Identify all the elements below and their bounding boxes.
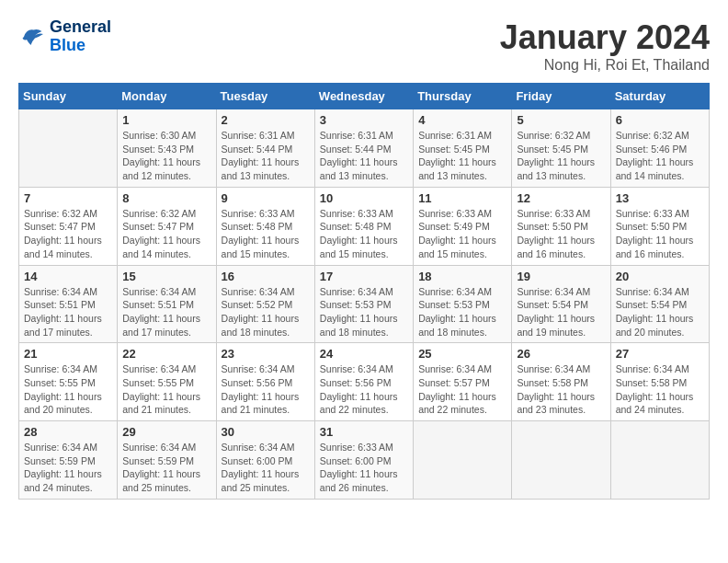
day-number: 15	[122, 270, 210, 283]
logo-text-line2: Blue	[50, 37, 111, 55]
day-info: Sunrise: 6:34 AM Sunset: 5:53 PM Dayligh…	[320, 285, 408, 339]
day-cell: 18Sunrise: 6:34 AM Sunset: 5:53 PM Dayli…	[414, 265, 512, 343]
day-cell: 15Sunrise: 6:34 AM Sunset: 5:51 PM Dayli…	[118, 265, 216, 343]
header-cell-saturday: Saturday	[610, 84, 709, 109]
day-cell: 5Sunrise: 6:32 AM Sunset: 5:45 PM Daylig…	[512, 109, 610, 188]
day-info: Sunrise: 6:33 AM Sunset: 6:00 PM Dayligh…	[320, 441, 408, 495]
day-cell: 11Sunrise: 6:33 AM Sunset: 5:49 PM Dayli…	[414, 187, 512, 265]
day-cell: 24Sunrise: 6:34 AM Sunset: 5:56 PM Dayli…	[314, 343, 413, 421]
day-number: 19	[517, 270, 605, 283]
header-cell-tuesday: Tuesday	[216, 84, 314, 109]
day-info: Sunrise: 6:34 AM Sunset: 5:58 PM Dayligh…	[517, 362, 605, 417]
day-cell: 12Sunrise: 6:33 AM Sunset: 5:50 PM Dayli…	[512, 187, 610, 265]
day-number: 20	[616, 270, 704, 283]
day-cell: 17Sunrise: 6:34 AM Sunset: 5:53 PM Dayli…	[314, 265, 413, 343]
day-cell: 28Sunrise: 6:34 AM Sunset: 5:59 PM Dayli…	[19, 421, 118, 500]
day-info: Sunrise: 6:34 AM Sunset: 5:56 PM Dayligh…	[320, 362, 408, 417]
week-row-2: 7Sunrise: 6:32 AM Sunset: 5:47 PM Daylig…	[19, 187, 710, 265]
day-cell: 25Sunrise: 6:34 AM Sunset: 5:57 PM Dayli…	[414, 343, 512, 421]
day-info: Sunrise: 6:34 AM Sunset: 5:54 PM Dayligh…	[517, 285, 605, 339]
day-info: Sunrise: 6:33 AM Sunset: 5:48 PM Dayligh…	[222, 207, 310, 261]
header-cell-thursday: Thursday	[414, 84, 512, 109]
day-info: Sunrise: 6:34 AM Sunset: 5:59 PM Dayligh…	[24, 441, 112, 495]
day-cell: 22Sunrise: 6:34 AM Sunset: 5:55 PM Dayli…	[118, 343, 216, 421]
day-info: Sunrise: 6:32 AM Sunset: 5:47 PM Dayligh…	[122, 207, 210, 261]
day-number: 6	[616, 113, 704, 127]
day-number: 3	[320, 113, 408, 127]
day-cell: 13Sunrise: 6:33 AM Sunset: 5:50 PM Dayli…	[610, 187, 709, 265]
day-cell: 26Sunrise: 6:34 AM Sunset: 5:58 PM Dayli…	[512, 343, 610, 421]
day-cell: 30Sunrise: 6:34 AM Sunset: 6:00 PM Dayli…	[216, 421, 314, 500]
day-cell	[414, 421, 512, 500]
day-cell: 6Sunrise: 6:32 AM Sunset: 5:46 PM Daylig…	[610, 109, 709, 188]
week-row-3: 14Sunrise: 6:34 AM Sunset: 5:51 PM Dayli…	[19, 265, 710, 343]
day-cell: 19Sunrise: 6:34 AM Sunset: 5:54 PM Dayli…	[512, 265, 610, 343]
day-number: 25	[418, 347, 506, 361]
day-info: Sunrise: 6:33 AM Sunset: 5:49 PM Dayligh…	[418, 207, 506, 261]
header-row: SundayMondayTuesdayWednesdayThursdayFrid…	[19, 84, 710, 109]
day-cell	[19, 109, 118, 188]
header-cell-friday: Friday	[512, 84, 610, 109]
day-info: Sunrise: 6:34 AM Sunset: 5:52 PM Dayligh…	[222, 285, 310, 339]
day-info: Sunrise: 6:33 AM Sunset: 5:50 PM Dayligh…	[517, 207, 605, 261]
day-number: 27	[616, 347, 704, 361]
day-cell: 1Sunrise: 6:30 AM Sunset: 5:43 PM Daylig…	[118, 109, 216, 188]
day-number: 22	[122, 347, 210, 361]
day-info: Sunrise: 6:34 AM Sunset: 5:54 PM Dayligh…	[616, 285, 704, 339]
day-info: Sunrise: 6:34 AM Sunset: 5:57 PM Dayligh…	[418, 362, 506, 417]
day-info: Sunrise: 6:31 AM Sunset: 5:44 PM Dayligh…	[222, 129, 310, 183]
day-number: 13	[616, 191, 704, 205]
day-info: Sunrise: 6:30 AM Sunset: 5:43 PM Dayligh…	[122, 129, 210, 183]
week-row-5: 28Sunrise: 6:34 AM Sunset: 5:59 PM Dayli…	[19, 421, 710, 500]
day-cell: 27Sunrise: 6:34 AM Sunset: 5:58 PM Dayli…	[610, 343, 709, 421]
day-info: Sunrise: 6:32 AM Sunset: 5:46 PM Dayligh…	[616, 129, 704, 183]
day-info: Sunrise: 6:34 AM Sunset: 5:58 PM Dayligh…	[616, 362, 704, 417]
day-info: Sunrise: 6:34 AM Sunset: 5:55 PM Dayligh…	[122, 362, 210, 417]
day-number: 9	[222, 191, 310, 205]
week-row-1: 1Sunrise: 6:30 AM Sunset: 5:43 PM Daylig…	[19, 109, 710, 188]
header-cell-sunday: Sunday	[19, 84, 118, 109]
calendar-title: January 2024	[500, 18, 710, 57]
day-info: Sunrise: 6:34 AM Sunset: 5:51 PM Dayligh…	[24, 285, 112, 339]
day-number: 4	[418, 113, 506, 127]
day-info: Sunrise: 6:33 AM Sunset: 5:50 PM Dayligh…	[616, 207, 704, 261]
day-number: 30	[222, 425, 310, 439]
day-cell: 23Sunrise: 6:34 AM Sunset: 5:56 PM Dayli…	[216, 343, 314, 421]
calendar-subtitle: Nong Hi, Roi Et, Thailand	[500, 57, 710, 74]
day-number: 2	[222, 113, 310, 127]
day-number: 28	[24, 425, 112, 439]
day-number: 11	[418, 191, 506, 205]
day-number: 5	[517, 113, 605, 127]
day-info: Sunrise: 6:34 AM Sunset: 5:51 PM Dayligh…	[122, 285, 210, 339]
logo: General Blue	[18, 18, 111, 55]
day-info: Sunrise: 6:32 AM Sunset: 5:47 PM Dayligh…	[24, 207, 112, 261]
day-cell: 31Sunrise: 6:33 AM Sunset: 6:00 PM Dayli…	[314, 421, 413, 500]
day-number: 21	[24, 347, 112, 361]
day-cell: 21Sunrise: 6:34 AM Sunset: 5:55 PM Dayli…	[19, 343, 118, 421]
day-info: Sunrise: 6:34 AM Sunset: 6:00 PM Dayligh…	[222, 441, 310, 495]
logo-icon	[18, 23, 46, 51]
day-info: Sunrise: 6:34 AM Sunset: 5:55 PM Dayligh…	[24, 362, 112, 417]
day-number: 14	[24, 270, 112, 283]
day-cell: 29Sunrise: 6:34 AM Sunset: 5:59 PM Dayli…	[118, 421, 216, 500]
week-row-4: 21Sunrise: 6:34 AM Sunset: 5:55 PM Dayli…	[19, 343, 710, 421]
day-cell: 9Sunrise: 6:33 AM Sunset: 5:48 PM Daylig…	[216, 187, 314, 265]
day-cell: 4Sunrise: 6:31 AM Sunset: 5:45 PM Daylig…	[414, 109, 512, 188]
day-cell: 7Sunrise: 6:32 AM Sunset: 5:47 PM Daylig…	[19, 187, 118, 265]
logo-text-line1: General	[50, 18, 111, 37]
day-info: Sunrise: 6:31 AM Sunset: 5:44 PM Dayligh…	[320, 129, 408, 183]
day-number: 29	[122, 425, 210, 439]
header-cell-monday: Monday	[118, 84, 216, 109]
day-info: Sunrise: 6:34 AM Sunset: 5:53 PM Dayligh…	[418, 285, 506, 339]
title-section: January 2024 Nong Hi, Roi Et, Thailand	[500, 18, 710, 74]
calendar-table: SundayMondayTuesdayWednesdayThursdayFrid…	[18, 83, 710, 500]
day-info: Sunrise: 6:31 AM Sunset: 5:45 PM Dayligh…	[418, 129, 506, 183]
day-cell: 20Sunrise: 6:34 AM Sunset: 5:54 PM Dayli…	[610, 265, 709, 343]
day-number: 7	[24, 191, 112, 205]
day-number: 23	[222, 347, 310, 361]
page-header: General Blue January 2024 Nong Hi, Roi E…	[18, 18, 710, 74]
day-number: 12	[517, 191, 605, 205]
day-cell: 10Sunrise: 6:33 AM Sunset: 5:48 PM Dayli…	[314, 187, 413, 265]
day-number: 17	[320, 270, 408, 283]
day-info: Sunrise: 6:33 AM Sunset: 5:48 PM Dayligh…	[320, 207, 408, 261]
